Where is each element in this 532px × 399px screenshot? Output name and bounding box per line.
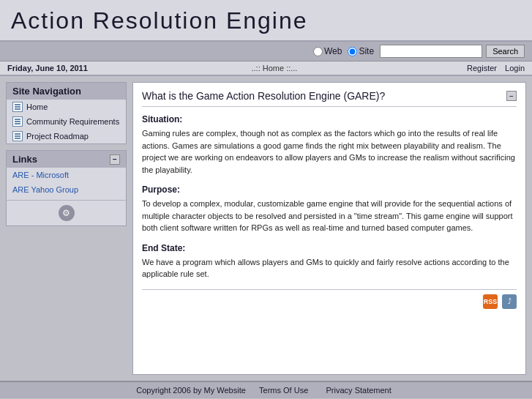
sidebar-item-roadmap[interactable]: Project Roadmap (7, 129, 126, 143)
section-situation-heading: Situation: (142, 114, 517, 124)
links-box: Links − ARE - Microsoft ARE Yahoo Group … (6, 150, 127, 226)
content-collapse-button[interactable]: − (506, 91, 517, 101)
radio-web[interactable] (313, 47, 323, 56)
content-title-bar: What is the Game Action Resolution Engin… (142, 90, 517, 107)
link-microsoft[interactable]: ARE - Microsoft (7, 168, 126, 182)
links-title: Links (12, 154, 37, 165)
links-list: ARE - Microsoft ARE Yahoo Group (7, 168, 126, 197)
page-icon-community (12, 116, 23, 127)
section-endstate-body: We have a program which allows players a… (142, 256, 517, 280)
nav-bar: Friday, June 10, 2011 ..:: Home ::... Re… (0, 61, 532, 76)
radio-site-text: Site (359, 46, 374, 56)
links-box-header: Links − (7, 151, 126, 168)
site-header: Action Resolution Engine (0, 0, 532, 42)
search-radio-group: Web Site (313, 46, 374, 56)
main-layout: Site Navigation Home Community Requireme… (0, 76, 532, 381)
site-title: Action Resolution Engine (11, 7, 521, 34)
gear-icon: ⚙ (59, 205, 75, 221)
sidebar-item-community[interactable]: Community Requirements (7, 114, 126, 129)
sidebar-footer: ⚙ (7, 200, 126, 225)
share-icon[interactable]: ⤴ (502, 294, 517, 309)
search-button[interactable]: Search (486, 45, 525, 58)
home-anchor[interactable]: ..:: Home ::... (251, 64, 297, 72)
section-situation-body: Gaming rules are complex, though not as … (142, 127, 517, 176)
section-purpose-body: To develop a complex, modular, customiza… (142, 198, 517, 234)
nav-box: Site Navigation Home Community Requireme… (6, 82, 127, 144)
home-link[interactable]: ..:: Home ::... (251, 64, 297, 72)
section-endstate: End State: We have a program which allow… (142, 243, 517, 280)
sidebar-item-roadmap-label: Project Roadmap (26, 132, 89, 141)
search-input[interactable] (380, 45, 482, 58)
login-link[interactable]: Login (505, 64, 525, 72)
register-link[interactable]: Register (467, 64, 497, 72)
rss-icon[interactable]: RSS (483, 294, 498, 309)
sidebar-item-home-label: Home (26, 102, 48, 111)
section-endstate-heading: End State: (142, 243, 517, 253)
link-yahoo[interactable]: ARE Yahoo Group (7, 182, 126, 197)
sidebar-item-home[interactable]: Home (7, 100, 126, 114)
section-purpose-heading: Purpose: (142, 184, 517, 195)
page-icon-home (12, 102, 23, 112)
sidebar-item-community-label: Community Requirements (26, 117, 119, 126)
radio-web-text: Web (324, 46, 342, 56)
radio-web-label[interactable]: Web (313, 46, 342, 56)
content-title: What is the Game Action Resolution Engin… (142, 90, 385, 102)
copyright-text: Copyright 2006 by My Website (136, 386, 246, 395)
nav-box-header: Site Navigation (7, 83, 126, 100)
section-situation: Situation: Gaming rules are complex, tho… (142, 114, 517, 176)
auth-links: Register Login (461, 64, 525, 72)
terms-link[interactable]: Terms Of Use (259, 386, 308, 395)
section-purpose: Purpose: To develop a complex, modular, … (142, 184, 517, 234)
links-collapse-button[interactable]: − (110, 154, 120, 165)
date-display: Friday, June 10, 2011 (7, 64, 88, 72)
content-footer: RSS ⤴ (142, 289, 517, 309)
privacy-link[interactable]: Privacy Statement (326, 386, 391, 395)
nav-items-list: Home Community Requirements Project Road… (7, 100, 126, 143)
search-bar: Web Site Search (0, 42, 532, 61)
site-footer: Copyright 2006 by My Website Terms Of Us… (0, 381, 532, 398)
radio-site-label[interactable]: Site (348, 46, 374, 56)
page-icon-roadmap (12, 131, 23, 141)
radio-site[interactable] (348, 47, 357, 56)
sidebar: Site Navigation Home Community Requireme… (6, 82, 127, 375)
content-area: What is the Game Action Resolution Engin… (132, 82, 526, 375)
